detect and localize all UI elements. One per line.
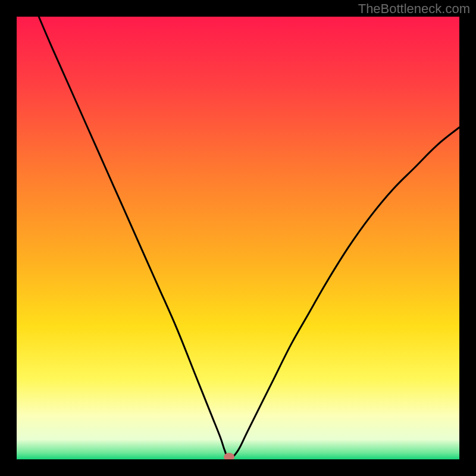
chart-svg bbox=[17, 17, 459, 459]
bottleneck-chart bbox=[17, 17, 459, 459]
chart-frame: TheBottleneck.com bbox=[0, 0, 476, 476]
watermark-text: TheBottleneck.com bbox=[358, 1, 470, 17]
chart-background bbox=[17, 17, 459, 459]
